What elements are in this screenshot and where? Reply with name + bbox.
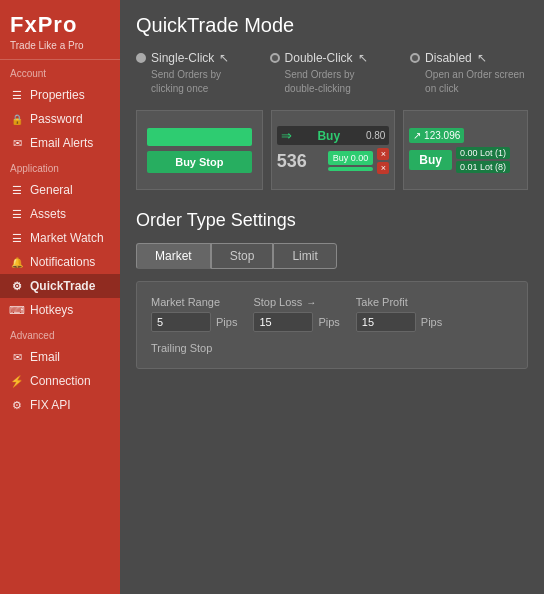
password-icon — [10, 112, 24, 126]
market-range-input[interactable] — [151, 312, 211, 332]
stop-loss-input[interactable] — [253, 312, 313, 332]
main-content: QuickTrade Mode Single-Click ↖ Send Orde… — [120, 0, 544, 594]
brand-tagline: Trade Like a Pro — [10, 40, 110, 51]
page-title: QuickTrade Mode — [136, 14, 528, 37]
mode-disabled-desc: Open an Order screen on click — [410, 68, 528, 96]
cursor-icon3: ↖ — [477, 51, 487, 65]
sidebar-item-connection[interactable]: Connection — [0, 369, 120, 393]
sidebar-item-fix-api[interactable]: FIX API — [0, 393, 120, 417]
sidebar-item-label: Email — [30, 350, 60, 364]
order-type-tabs: Market Stop Limit — [136, 243, 528, 269]
hotkeys-icon — [10, 303, 24, 317]
stop-loss-input-row: Pips — [253, 312, 339, 332]
market-range-unit: Pips — [216, 316, 237, 328]
assets-icon — [10, 207, 24, 221]
mode-single-click-label: Single-Click — [151, 51, 214, 65]
sidebar-section-application: Application — [0, 155, 120, 178]
properties-icon — [10, 88, 24, 102]
stop-loss-unit: Pips — [318, 316, 339, 328]
tab-stop[interactable]: Stop — [211, 243, 274, 269]
market-range-label: Market Range — [151, 296, 237, 308]
preview-disabled: ↗ 123.096 Buy 0.00 Lot (1) 0.01 Lot (8) — [403, 110, 528, 190]
mode-single-click[interactable]: Single-Click ↖ Send Orders by clicking o… — [136, 51, 250, 96]
market-range-group: Market Range Pips — [151, 296, 237, 332]
tab-market[interactable]: Market — [136, 243, 211, 269]
sidebar-item-label: General — [30, 183, 73, 197]
market-watch-icon — [10, 231, 24, 245]
sidebar-item-properties[interactable]: Properties — [0, 83, 120, 107]
sidebar-item-quicktrade[interactable]: QuickTrade — [0, 274, 120, 298]
sidebar-item-label: Market Watch — [30, 231, 104, 245]
preview-area: Buy Stop ⇒ Buy 0.80 536 Buy 0.00 × × — [136, 110, 528, 190]
take-profit-label: Take Profit — [356, 296, 442, 308]
cursor-icon: ↖ — [219, 51, 229, 65]
notifications-icon — [10, 255, 24, 269]
brand-name: FxPro — [10, 12, 110, 38]
mode-single-click-desc: Send Orders by clicking once — [136, 68, 250, 96]
sidebar-item-general[interactable]: General — [0, 178, 120, 202]
mode-disabled-label: Disabled — [425, 51, 472, 65]
order-type-settings-title: Order Type Settings — [136, 210, 528, 231]
sidebar-item-notifications[interactable]: Notifications — [0, 250, 120, 274]
email-alerts-icon — [10, 136, 24, 150]
radio-single-click[interactable] — [136, 53, 146, 63]
sidebar-item-label: Hotkeys — [30, 303, 73, 317]
mode-disabled[interactable]: Disabled ↖ Open an Order screen on click — [410, 51, 528, 96]
sidebar-item-label: Notifications — [30, 255, 95, 269]
trailing-stop-label: Trailing Stop — [151, 342, 513, 354]
sidebar-item-label: Email Alerts — [30, 136, 93, 150]
sidebar-item-label: Password — [30, 112, 83, 126]
mode-double-click-desc: Send Orders by double-clicking — [270, 68, 391, 96]
general-icon — [10, 183, 24, 197]
cursor-icon2: ↖ — [358, 51, 368, 65]
market-range-input-row: Pips — [151, 312, 237, 332]
fix-api-icon — [10, 398, 24, 412]
take-profit-input-row: Pips — [356, 312, 442, 332]
quicktrade-icon — [10, 279, 24, 293]
stop-loss-group: Stop Loss → Pips — [253, 296, 339, 332]
sidebar-item-password[interactable]: Password — [0, 107, 120, 131]
sidebar-item-email-alerts[interactable]: Email Alerts — [0, 131, 120, 155]
sidebar-item-label: QuickTrade — [30, 279, 95, 293]
preview-double-click: ⇒ Buy 0.80 536 Buy 0.00 × × — [271, 110, 396, 190]
sidebar-section-account: Account — [0, 60, 120, 83]
adv-email-icon — [10, 350, 24, 364]
sidebar-item-adv-email[interactable]: Email — [0, 345, 120, 369]
buy-stop-preview-btn: Buy Stop — [147, 151, 252, 173]
take-profit-unit: Pips — [421, 316, 442, 328]
radio-disabled[interactable] — [410, 53, 420, 63]
sidebar-item-market-watch[interactable]: Market Watch — [0, 226, 120, 250]
tab-limit[interactable]: Limit — [273, 243, 336, 269]
settings-row-fields: Market Range Pips Stop Loss → Pips — [151, 296, 513, 332]
preview-single-click: Buy Stop — [136, 110, 263, 190]
mode-double-click-label: Double-Click — [285, 51, 353, 65]
take-profit-group: Take Profit Pips — [356, 296, 442, 332]
sidebar-section-advanced: Advanced — [0, 322, 120, 345]
mode-options: Single-Click ↖ Send Orders by clicking o… — [136, 51, 528, 96]
take-profit-input[interactable] — [356, 312, 416, 332]
sidebar-logo: FxPro Trade Like a Pro — [0, 0, 120, 60]
mode-double-click[interactable]: Double-Click ↖ Send Orders by double-cli… — [270, 51, 391, 96]
sidebar-item-hotkeys[interactable]: Hotkeys — [0, 298, 120, 322]
sidebar-item-label: Assets — [30, 207, 66, 221]
connection-icon — [10, 374, 24, 388]
sidebar: FxPro Trade Like a Pro Account Propertie… — [0, 0, 120, 594]
sidebar-item-label: Properties — [30, 88, 85, 102]
stop-loss-arrow: → — [306, 297, 316, 308]
sidebar-item-assets[interactable]: Assets — [0, 202, 120, 226]
radio-double-click[interactable] — [270, 53, 280, 63]
settings-panel: Market Range Pips Stop Loss → Pips — [136, 281, 528, 369]
sidebar-item-label: FIX API — [30, 398, 71, 412]
sidebar-item-label: Connection — [30, 374, 91, 388]
stop-loss-label: Stop Loss → — [253, 296, 339, 308]
